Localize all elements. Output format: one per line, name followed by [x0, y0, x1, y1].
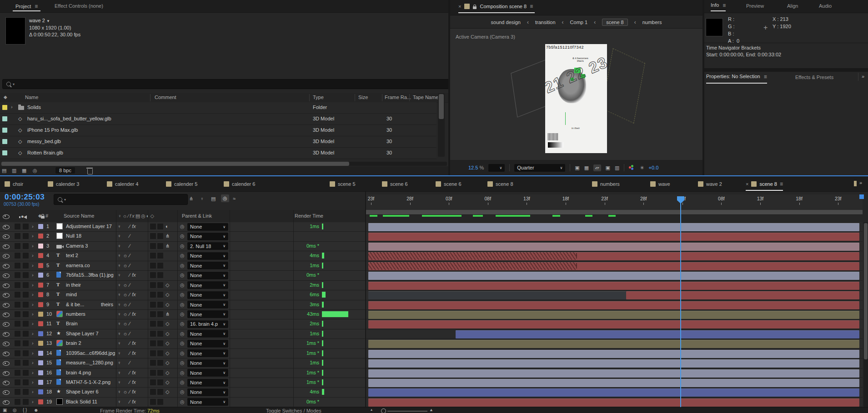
layer-duration-bar[interactable] — [368, 233, 859, 241]
panel-overflow-icon[interactable]: » — [862, 74, 864, 79]
project-hscrollbar[interactable] — [1, 162, 447, 166]
frame-blend-cell[interactable] — [150, 282, 156, 288]
layer-row[interactable]: ›5Tearnera.co♀☼∕fx◎None∨1ms — [0, 261, 863, 271]
shy-icon[interactable]: ♀ — [117, 292, 121, 297]
shy-icon[interactable]: ♀ — [117, 350, 121, 356]
layer-row[interactable]: ›19Black Solid 11♀☼∕fx◎None∨0ms * — [0, 398, 863, 407]
motion-blur-cell[interactable] — [157, 243, 163, 249]
timeline-tab[interactable]: scene 8 — [487, 176, 513, 191]
breadcrumb-item[interactable]: transition — [535, 20, 556, 25]
collapse-icon[interactable]: ☼ — [123, 253, 127, 258]
zoom-in-mountain-icon[interactable]: ▲ — [429, 408, 433, 412]
layer-label-swatch[interactable] — [38, 253, 43, 258]
col-size[interactable]: Size — [358, 95, 368, 100]
transparency-grid-icon[interactable]: ▦ — [584, 165, 589, 171]
layer-expand-arrow-icon[interactable]: › — [32, 370, 34, 375]
motion-blur-cell[interactable] — [157, 224, 163, 229]
project-row[interactable]: ◇Rotten Brain.glb3D Model30 — [0, 148, 437, 159]
layer-switches[interactable]: ♀☼∕fx — [117, 379, 136, 385]
project-vscrollbar[interactable] — [438, 93, 445, 157]
shy-icon[interactable]: ♀ — [117, 302, 121, 307]
bpc-button[interactable]: 8 bpc — [55, 167, 75, 174]
col-parent-link[interactable]: Parent & Link — [182, 213, 212, 219]
layer-switches[interactable]: ♀☼∕fx — [117, 253, 136, 258]
layer-name[interactable]: brain 4.png — [66, 370, 91, 375]
lock-cell[interactable] — [23, 350, 29, 356]
item-name[interactable]: iPhone 15 Pro Max.glb — [27, 127, 78, 133]
item-name[interactable]: Rotten Brain.glb — [27, 150, 63, 155]
footer-person-icon[interactable]: ☻ — [34, 408, 39, 413]
tab-align[interactable]: Align — [787, 3, 798, 9]
layer-row[interactable]: ›1410395ac...c6f96dd.jpg♀☼∕fx◇◎None∨1ms … — [0, 349, 863, 358]
lock-cell[interactable] — [23, 253, 29, 259]
shy-icon[interactable]: ♀ — [117, 389, 121, 394]
layer-expand-arrow-icon[interactable]: › — [32, 224, 34, 229]
shy-icon[interactable]: ♀ — [117, 233, 121, 239]
layer-expand-arrow-icon[interactable]: › — [32, 379, 34, 385]
solo-cell[interactable] — [15, 311, 20, 317]
quality-icon[interactable]: ∕ — [129, 350, 130, 356]
quality-icon[interactable]: ∕ — [129, 331, 130, 336]
layer-eye-icon[interactable] — [3, 322, 10, 327]
col-tape-name[interactable]: Tape Name — [413, 95, 438, 100]
layer-name[interactable]: brain 2 — [66, 340, 81, 346]
tab-info[interactable]: Info ≡ — [711, 2, 726, 11]
motion-blur-cell[interactable] — [157, 233, 163, 239]
col-frame-rate[interactable]: Frame Ra... — [385, 95, 411, 100]
shy-icon[interactable]: ♀ — [117, 272, 121, 278]
motion-blur-cell[interactable] — [157, 282, 163, 288]
layer-duration-bar[interactable] — [368, 369, 859, 378]
layer-row[interactable]: ›3Camera 3♀☼∕fx⋔◎2. Null 18∨0ms * — [0, 242, 863, 251]
pickwhip-icon[interactable]: ◎ — [180, 389, 185, 395]
mini-flowchart-icon[interactable]: ⋔ — [189, 196, 193, 202]
frame-blend-icon[interactable]: ▤ — [211, 196, 216, 202]
footer-expressions-icon[interactable]: { } — [23, 408, 27, 413]
quality-icon[interactable]: ∕ — [129, 263, 130, 268]
col-source-name[interactable]: Source Name — [64, 213, 94, 219]
layer-name[interactable]: text 2 — [66, 253, 78, 258]
pickwhip-icon[interactable]: ◎ — [180, 272, 185, 278]
parent-link-dropdown[interactable]: None∨ — [187, 233, 228, 240]
solo-cell[interactable] — [15, 360, 20, 366]
layer-duration-bar[interactable] — [368, 282, 859, 290]
motion-blur-cell[interactable] — [157, 253, 163, 259]
item-label-swatch[interactable] — [2, 139, 7, 144]
frame-blend-cell[interactable] — [150, 302, 156, 308]
fx-icon[interactable]: fx — [132, 389, 136, 394]
layer-eye-icon[interactable] — [3, 371, 10, 376]
layer-expand-arrow-icon[interactable]: › — [32, 331, 34, 336]
frame-blend-cell[interactable] — [150, 399, 156, 405]
layer-expand-arrow-icon[interactable]: › — [32, 389, 34, 394]
shy-icon[interactable]: ♀ — [117, 399, 121, 404]
collapse-icon[interactable]: ☼ — [123, 302, 127, 307]
timeline-tab[interactable]: scene 6 — [436, 176, 462, 191]
layer-expand-arrow-icon[interactable]: › — [32, 302, 34, 307]
layer-eye-icon[interactable] — [3, 303, 10, 308]
fx-icon[interactable]: fx — [132, 224, 136, 229]
layer-expand-arrow-icon[interactable]: › — [32, 253, 34, 258]
timeline-vscrollbar[interactable] — [863, 222, 868, 407]
collapse-icon[interactable]: ☼ — [123, 321, 127, 326]
layer-name[interactable]: measure..._1280.png — [66, 360, 113, 365]
frame-blend-cell[interactable] — [150, 272, 156, 278]
layer-eye-icon[interactable] — [3, 284, 10, 288]
switch-parent-person-icon[interactable]: ⋔ — [166, 243, 170, 249]
layer-name[interactable]: Camera 3 — [66, 243, 88, 249]
layer-duration-bar[interactable] — [368, 388, 859, 397]
layer-switches[interactable]: ♀☼∕fx — [117, 224, 136, 229]
timeline-vscroll-thumb[interactable] — [864, 223, 868, 359]
lock-cell[interactable] — [23, 224, 29, 229]
quality-icon[interactable]: ∕ — [129, 399, 130, 404]
fast-preview-icon[interactable]: ▣ — [575, 165, 579, 171]
close-icon[interactable]: × — [458, 4, 461, 9]
pickwhip-icon[interactable]: ◎ — [180, 399, 185, 405]
layer-switches[interactable]: ♀☼∕fx — [117, 292, 136, 297]
panel-menu-icon[interactable]: ≡ — [35, 3, 38, 10]
layer-switches[interactable]: ♀☼∕fx — [117, 302, 136, 307]
motion-blur-icon[interactable]: ◎ — [221, 194, 229, 202]
parent-link-dropdown[interactable]: None∨ — [187, 330, 228, 338]
layer-row[interactable]: ›2Null 18♀☼∕fx⋔◎None∨ — [0, 232, 863, 241]
tab-effect-controls[interactable]: Effect Controls (none) — [55, 3, 103, 9]
layer-switches[interactable]: ♀☼∕fx — [117, 272, 136, 278]
parent-link-dropdown[interactable]: None∨ — [187, 301, 228, 309]
